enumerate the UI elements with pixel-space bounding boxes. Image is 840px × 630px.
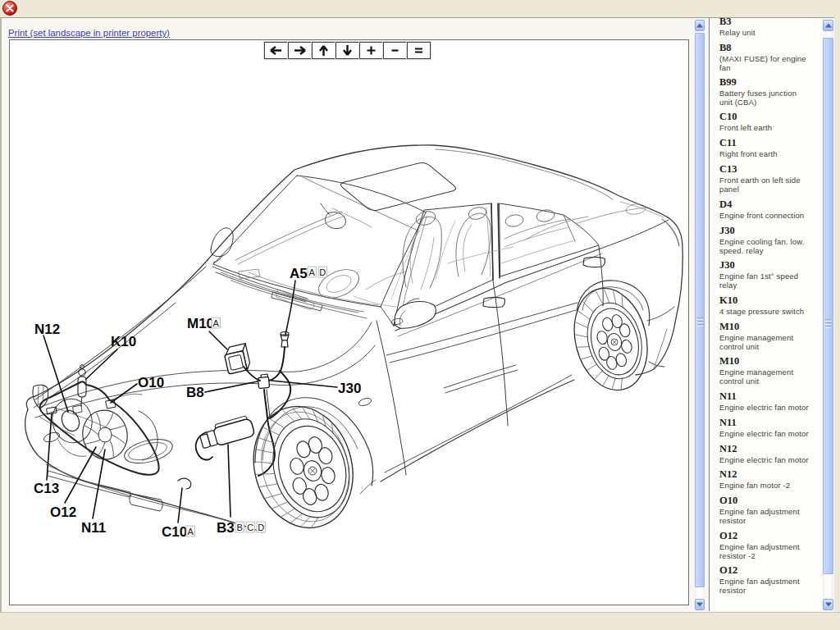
svg-text:C10: C10 (162, 524, 187, 540)
svg-text:B: B (237, 523, 243, 532)
svg-text:N11: N11 (81, 520, 106, 536)
svg-text:B3: B3 (217, 520, 235, 536)
svg-text:J30: J30 (338, 381, 361, 396)
svg-text:A: A (213, 318, 220, 328)
svg-text:A5: A5 (290, 266, 308, 281)
svg-text:C13: C13 (34, 481, 59, 496)
svg-text:D: D (319, 267, 326, 277)
svg-text:M10: M10 (187, 316, 214, 331)
svg-text:A: A (309, 267, 316, 277)
svg-text:O10: O10 (138, 375, 164, 390)
svg-text:N12: N12 (34, 322, 60, 337)
svg-text:A: A (188, 527, 194, 536)
svg-text:O12: O12 (50, 504, 76, 520)
svg-text:D: D (258, 523, 264, 532)
svg-text:K10: K10 (111, 334, 136, 349)
svg-text:C: C (247, 523, 253, 532)
svg-text:B8: B8 (186, 385, 204, 400)
